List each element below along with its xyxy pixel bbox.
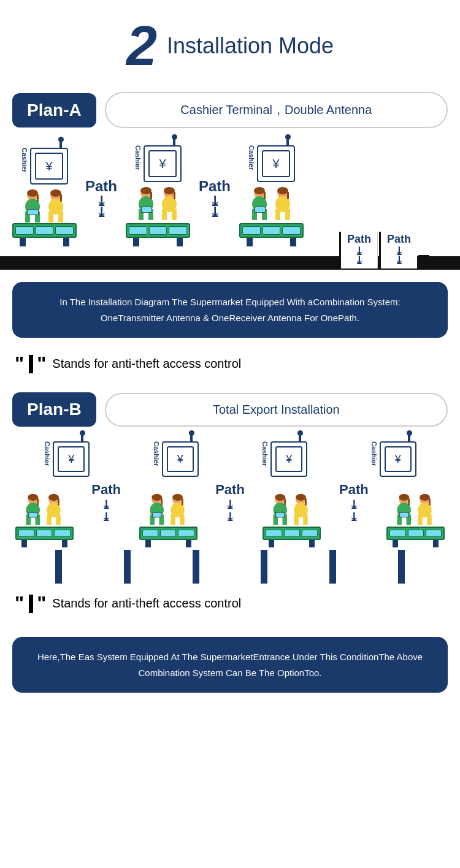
svg-point-74	[275, 494, 286, 501]
svg-rect-64	[171, 514, 175, 525]
plan-a-stations: Cashier ¥	[0, 139, 460, 246]
bar-symbol-a	[29, 355, 33, 373]
antenna-ball-b2	[189, 430, 194, 436]
antitheft-note-a: " " Stands for anti-theft access control	[0, 346, 460, 386]
antenna-ball-3	[285, 134, 291, 140]
svg-rect-61	[161, 498, 163, 505]
terminal-box-b3: ¥	[270, 441, 307, 477]
plan-a-badge: Plan-A	[12, 93, 96, 128]
svg-point-18	[140, 187, 151, 194]
svg-rect-81	[305, 498, 307, 505]
svg-rect-69	[153, 513, 161, 517]
terminal-box-b1: ¥	[53, 441, 90, 477]
svg-rect-39	[287, 192, 289, 199]
antitheft-text-b: Stands for anti-theft access control	[52, 596, 241, 611]
person-3	[247, 187, 296, 223]
person-desk-b1	[15, 493, 74, 547]
cashier-label-3: Cashier	[248, 145, 255, 170]
plan-b-terminals: Cashier ¥ Cashier ¥ Cashier ¥ Cashier ¥	[0, 438, 460, 477]
station-1: Cashier ¥	[12, 148, 77, 246]
quote-open-b: "	[15, 592, 24, 615]
svg-point-60	[151, 494, 162, 501]
desk-2	[126, 223, 190, 246]
person-svg-b3	[269, 493, 315, 527]
terminal-box-b2: ¥	[162, 441, 199, 477]
antenna-bar-a: Path ⤓ ⤓ Path ⤓ ⤓	[0, 256, 460, 270]
path-b2: Path ⤓ ⤓	[215, 482, 245, 547]
desk-b1	[15, 527, 74, 547]
terminal-box-2: ¥	[144, 145, 182, 182]
svg-point-38	[277, 187, 288, 194]
antenna-paths-container	[449, 256, 460, 270]
desk-legs-3	[239, 238, 304, 246]
svg-rect-25	[174, 192, 175, 199]
svg-rect-75	[285, 498, 286, 505]
bar-cap-right	[449, 256, 460, 270]
leg-3r	[290, 238, 296, 246]
svg-rect-11	[60, 194, 62, 202]
svg-rect-41	[255, 207, 265, 212]
desk-top-b3	[263, 527, 321, 540]
path-group-2: Path ⤓ ⤓	[199, 178, 231, 246]
terminal-symbol-1: ¥	[35, 153, 63, 180]
svg-rect-78	[294, 514, 299, 525]
cashier-label-b4: Cashier	[370, 441, 378, 466]
person-svg-b1	[21, 493, 67, 527]
terminal-box-b4: ¥	[380, 441, 416, 477]
desk-panel-3b	[263, 226, 281, 235]
dp-b1c	[54, 530, 70, 537]
leg-b2r	[186, 540, 191, 547]
antenna-path-1: Path ⤓ ⤓	[339, 232, 378, 268]
person-svg-2	[134, 187, 183, 221]
leg-b3l	[269, 540, 274, 547]
vbar-b1	[55, 550, 62, 584]
dp-b2b	[160, 530, 176, 537]
dp-b3a	[266, 530, 282, 537]
bar-end	[418, 255, 429, 268]
leg-b2l	[145, 540, 151, 547]
leg-b1r	[62, 540, 67, 547]
svg-rect-9	[58, 211, 63, 223]
svg-rect-47	[37, 498, 39, 505]
vbar-b3	[193, 550, 199, 584]
desk-panel-3a	[242, 226, 261, 235]
plan-b-info-text: Here,The Eas System Equipped At The Supe…	[37, 652, 423, 678]
cashier-label-b2: Cashier	[153, 441, 160, 466]
dp-b4c	[426, 530, 442, 537]
desk-top-b1	[15, 527, 74, 540]
person-svg-1	[20, 189, 69, 223]
desk-panel-1c	[55, 226, 74, 235]
leg-1r	[63, 238, 69, 246]
desk-legs-b4	[386, 540, 445, 547]
leg-2r	[177, 238, 183, 246]
desk-top-b4	[386, 527, 445, 540]
vbar-b4	[261, 550, 267, 584]
svg-rect-65	[180, 514, 185, 525]
path-b1: Path ⤓ ⤓	[91, 482, 121, 547]
plan-a-row: Plan-A Cashier Terminal，Double Antenna	[12, 92, 448, 128]
svg-point-10	[50, 189, 61, 197]
person-desk-b4	[386, 493, 445, 547]
terminal-symbol-b1: ¥	[58, 446, 85, 472]
cashier-label-b3: Cashier	[261, 441, 269, 466]
path-arrow-2b: ⤓	[209, 206, 220, 219]
dp-b1a	[18, 530, 34, 537]
antenna-ball-2	[172, 134, 177, 140]
svg-point-80	[296, 494, 306, 501]
desk-legs-b1	[15, 540, 74, 547]
dp-b4b	[408, 530, 424, 537]
quote-close-b: "	[37, 592, 46, 615]
dp-b2c	[178, 530, 194, 537]
svg-rect-97	[400, 513, 408, 517]
desk-b4	[386, 527, 445, 547]
leg-1l	[20, 238, 26, 246]
desk-1	[12, 223, 77, 246]
terminal-2: Cashier ¥	[134, 145, 182, 182]
path-label-b3: Path	[339, 482, 369, 498]
antenna-ball-b3	[297, 430, 303, 436]
path-arrow-b2b: ⤓	[225, 510, 235, 524]
vbar-b5	[329, 550, 336, 584]
terminal-box-3: ¥	[257, 145, 295, 182]
desk-legs-b3	[263, 540, 321, 547]
leg-2l	[133, 238, 139, 246]
